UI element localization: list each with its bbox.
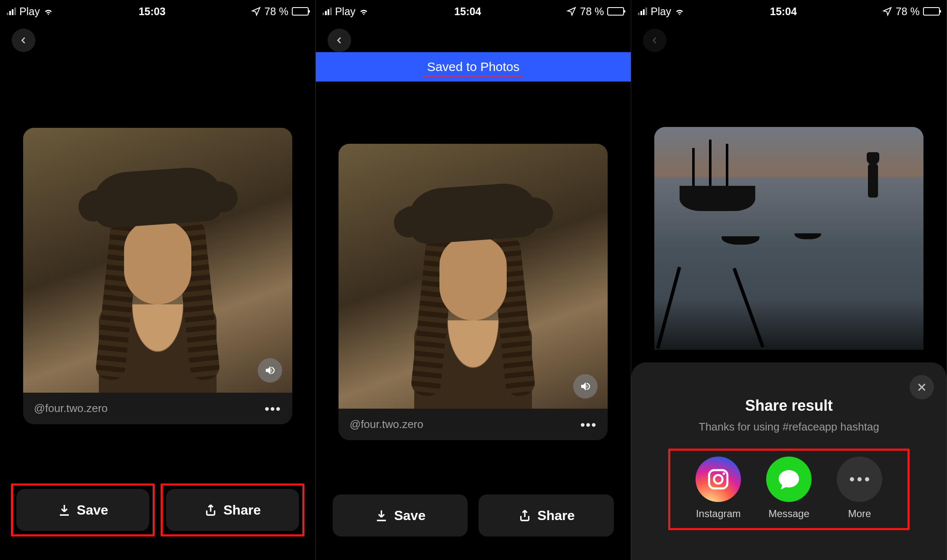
back-button[interactable] <box>12 29 35 52</box>
result-video[interactable] <box>654 127 923 350</box>
speaker-icon <box>579 380 592 393</box>
location-icon <box>882 6 892 16</box>
save-label: Save <box>77 502 108 518</box>
media-card: @four.two.zero ••• <box>339 144 608 440</box>
back-button[interactable] <box>643 29 667 52</box>
chevron-left-icon <box>335 36 344 45</box>
mute-button[interactable] <box>258 358 282 383</box>
wifi-icon <box>359 6 369 16</box>
screen-3: Play 15:04 78 % Share result Thanks for … <box>631 0 947 560</box>
clock: 15:04 <box>454 5 481 18</box>
screen-1: Play 15:03 78 % @four.two.zero ••• <box>0 0 316 560</box>
action-bar: Save Share <box>0 483 315 536</box>
more-icon <box>837 457 882 502</box>
chevron-left-icon <box>19 36 28 45</box>
author-handle[interactable]: @four.two.zero <box>349 418 423 431</box>
share-label: Share <box>537 508 575 523</box>
location-icon <box>566 6 577 16</box>
carrier-label: Play <box>651 5 671 18</box>
more-options-button[interactable]: ••• <box>265 405 281 412</box>
clock: 15:04 <box>770 5 797 18</box>
share-more[interactable]: More <box>837 457 882 520</box>
message-icon <box>766 457 812 502</box>
carrier-label: Play <box>19 5 40 18</box>
share-message-label: Message <box>768 508 809 520</box>
wifi-icon <box>43 6 53 16</box>
sheet-subtitle: Thanks for using #refaceapp hashtag <box>643 420 935 433</box>
share-icon <box>518 509 532 522</box>
mute-button[interactable] <box>573 374 598 399</box>
share-targets: Instagram Message More <box>683 457 895 520</box>
share-label: Share <box>223 502 261 518</box>
highlight-share-row: Instagram Message More <box>668 449 910 530</box>
download-icon <box>375 509 388 522</box>
annotation-underline <box>423 75 524 77</box>
carrier-label: Play <box>335 5 356 18</box>
share-instagram[interactable]: Instagram <box>696 457 741 520</box>
result-video[interactable] <box>339 144 608 409</box>
highlight-share: Share <box>161 483 304 536</box>
status-bar: Play 15:04 78 % <box>631 0 947 20</box>
battery-icon <box>923 7 940 16</box>
location-icon <box>251 6 261 16</box>
share-button[interactable]: Share <box>166 489 299 531</box>
status-bar: Play 15:03 78 % <box>0 0 315 20</box>
share-instagram-label: Instagram <box>696 508 741 520</box>
save-button[interactable]: Save <box>333 494 468 536</box>
close-icon <box>916 382 927 393</box>
banner-text: Saved to Photos <box>427 60 519 74</box>
cellular-icon <box>323 8 332 15</box>
share-message[interactable]: Message <box>766 457 812 520</box>
screen-2: Play 15:04 78 % Saved to Photos <box>316 0 632 560</box>
cellular-icon <box>7 8 16 15</box>
download-icon <box>58 503 71 517</box>
saved-banner: Saved to Photos <box>316 52 631 82</box>
status-bar: Play 15:04 78 % <box>316 0 631 20</box>
chevron-left-icon <box>650 36 659 45</box>
wifi-icon <box>675 6 685 16</box>
svg-point-2 <box>723 473 725 475</box>
clock: 15:03 <box>139 5 166 18</box>
instagram-icon <box>696 457 741 502</box>
speaker-icon <box>264 364 276 377</box>
cellular-icon <box>638 8 647 15</box>
battery-pct: 78 % <box>265 5 288 18</box>
save-label: Save <box>394 508 426 523</box>
author-handle[interactable]: @four.two.zero <box>34 402 108 415</box>
media-card: @four.two.zero ••• <box>23 128 292 424</box>
battery-icon <box>292 7 309 16</box>
battery-pct: 78 % <box>896 5 920 18</box>
battery-icon <box>607 7 624 16</box>
back-button[interactable] <box>328 29 351 52</box>
share-sheet: Share result Thanks for using #refaceapp… <box>631 362 947 560</box>
save-button[interactable]: Save <box>16 489 149 531</box>
share-icon <box>204 503 217 517</box>
action-bar: Save Share <box>316 494 631 536</box>
highlight-save: Save <box>11 483 155 536</box>
close-button[interactable] <box>910 375 934 399</box>
result-video[interactable] <box>23 128 292 393</box>
sheet-title: Share result <box>643 397 935 415</box>
share-more-label: More <box>848 508 871 520</box>
svg-point-1 <box>714 475 722 483</box>
share-button[interactable]: Share <box>479 494 614 536</box>
battery-pct: 78 % <box>580 5 604 18</box>
more-options-button[interactable]: ••• <box>580 421 597 428</box>
